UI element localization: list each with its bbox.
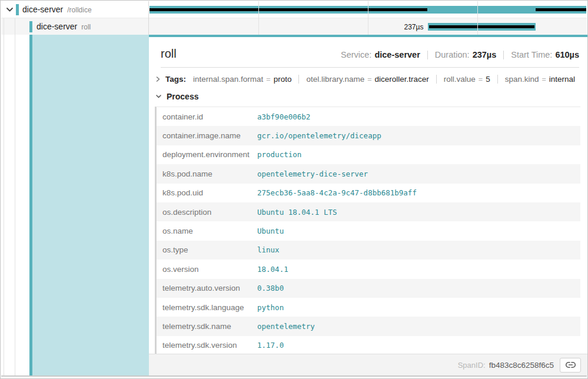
start-time-value: 610µs <box>555 50 579 59</box>
spanid-label: SpanID: <box>458 361 486 370</box>
table-row: telemetry.sdk.version1.17.0 <box>157 336 580 355</box>
trace-detail-screen: dice-server/rolldice dice-serverroll 237… <box>0 0 588 379</box>
table-row: container.ida3bf90e006b2 <box>157 107 580 126</box>
tag-value: proto <box>274 75 292 84</box>
process-value: 0.38b0 <box>257 284 284 292</box>
tags-label: Tags: <box>165 75 186 84</box>
selected-span-highlight <box>32 35 149 375</box>
tags-accordion[interactable]: Tags: internal.span.format=proto otel.li… <box>155 75 579 84</box>
process-key: os.description <box>157 208 257 217</box>
link-icon <box>566 361 576 369</box>
process-key: telemetry.sdk.language <box>157 303 257 312</box>
process-value: a3bf90e006b2 <box>257 112 310 121</box>
span-overview-stats: Service:dice-server Duration:237µs Start… <box>341 50 579 59</box>
process-accordion[interactable]: Process <box>155 92 579 101</box>
tag-equals: = <box>266 75 270 84</box>
spanid-value: fb483c8c6258f6c5 <box>489 361 554 370</box>
process-key: container.id <box>157 112 257 121</box>
process-label: Process <box>167 92 198 101</box>
indent-guide <box>4 35 4 375</box>
start-time-key: Start Time: <box>511 50 552 59</box>
process-key: deployment.environment <box>157 150 257 159</box>
process-key: container.image.name <box>157 131 257 140</box>
collapse-children-chevron-icon[interactable] <box>6 7 14 12</box>
span-detail-panel: roll Service:dice-server Duration:237µs … <box>149 35 588 375</box>
span-tree-gutter <box>1 35 149 375</box>
self-time-bar <box>429 25 534 28</box>
name-column-divider <box>148 1 149 35</box>
span-title: roll <box>161 47 177 61</box>
service-label: dice-server <box>36 22 77 31</box>
tag-value: diceroller.tracer <box>375 75 429 84</box>
process-key: telemetry.auto.version <box>157 284 257 292</box>
table-row: os.typelinux <box>157 241 580 260</box>
table-row: telemetry.auto.version0.38b0 <box>157 279 580 298</box>
process-key-value-table: container.ida3bf90e006b2 container.image… <box>155 107 580 355</box>
self-time-bar <box>536 8 586 11</box>
span-name-column: dice-server/rolldice <box>1 1 149 18</box>
table-row: k8s.pod.uid275ecb36-5aa8-4c2a-9c47-d8bb6… <box>157 184 580 202</box>
duration-value: 237µs <box>473 50 497 59</box>
table-row: os.descriptionUbuntu 18.04.1 LTS <box>157 202 580 221</box>
process-key: k8s.pod.name <box>157 169 257 178</box>
indent-guide <box>15 35 15 375</box>
span-duration-label: 237µs <box>150 18 428 35</box>
table-row: telemetry.sdk.languagepython <box>157 298 580 317</box>
tag-equals: = <box>479 75 483 84</box>
process-value: production <box>257 150 301 159</box>
process-value: Ubuntu 18.04.1 LTS <box>257 208 337 217</box>
tag-value: internal <box>549 75 575 84</box>
table-row: deployment.environmentproduction <box>157 145 580 164</box>
self-time-bar <box>150 8 427 11</box>
tag-key: internal.span.format <box>193 75 263 84</box>
stat-divider <box>503 51 504 59</box>
tag-equals: = <box>367 75 371 84</box>
process-key: os.version <box>157 265 257 274</box>
tag-divider <box>436 75 437 84</box>
process-key: os.type <box>157 245 257 254</box>
span-color-bar <box>16 4 19 15</box>
span-timeline-cell <box>150 1 586 18</box>
process-value: 275ecb36-5aa8-4c2a-9c47-d8bb681b9aff <box>257 188 417 197</box>
process-value: linux <box>257 245 280 254</box>
process-value: opentelemetry-dice-server <box>257 169 368 178</box>
span-detail-header[interactable]: roll Service:dice-server Duration:237µs … <box>161 47 579 61</box>
tag-item: span.kind=internal <box>505 75 575 84</box>
header-divider <box>161 67 579 68</box>
tag-value: 5 <box>486 75 490 84</box>
table-row: os.version18.04.1 <box>157 260 580 278</box>
span-operation-name: /rolldice <box>67 6 91 14</box>
process-value: opentelemetry <box>257 322 315 331</box>
span-row-roll-selected[interactable]: dice-serverroll 237µs <box>1 18 587 35</box>
span-color-bar <box>29 21 32 32</box>
service-key: Service: <box>341 50 371 59</box>
tag-item: otel.library.name=diceroller.tracer <box>306 75 428 84</box>
tag-divider <box>497 75 498 84</box>
indent-guide <box>4 18 4 35</box>
span-row-rolldice[interactable]: dice-server/rolldice <box>1 1 587 18</box>
span-timeline-cell: 237µs <box>150 18 586 35</box>
tag-divider <box>298 75 299 84</box>
span-operation-name: roll <box>81 23 91 31</box>
stat-divider <box>427 51 428 59</box>
span-bar-roll[interactable] <box>428 23 536 31</box>
table-row: container.image.namegcr.io/opentelemetry… <box>157 126 580 145</box>
tag-key: span.kind <box>505 75 539 84</box>
tag-key: roll.value <box>444 75 476 84</box>
span-detail-footer: SpanID: fb483c8c6258f6c5 <box>149 354 588 375</box>
service-label: dice-server <box>22 5 63 14</box>
table-row: k8s.pod.nameopentelemetry-dice-server <box>157 164 580 183</box>
tag-summary-list: internal.span.format=proto otel.library.… <box>193 75 575 84</box>
process-value: gcr.io/opentelemetry/diceapp <box>257 131 381 140</box>
table-row: telemetry.sdk.nameopentelemetry <box>157 317 580 335</box>
duration-key: Duration: <box>435 50 470 59</box>
service-value: dice-server <box>374 50 420 59</box>
chevron-down-icon <box>155 94 162 99</box>
deep-link-button[interactable] <box>560 358 581 373</box>
chevron-right-icon <box>155 76 161 82</box>
indent-guide <box>15 18 15 35</box>
tag-item: internal.span.format=proto <box>193 75 291 84</box>
process-key: telemetry.sdk.name <box>157 322 257 331</box>
table-row: os.nameUbuntu <box>157 221 580 240</box>
process-value: Ubuntu <box>257 227 284 235</box>
